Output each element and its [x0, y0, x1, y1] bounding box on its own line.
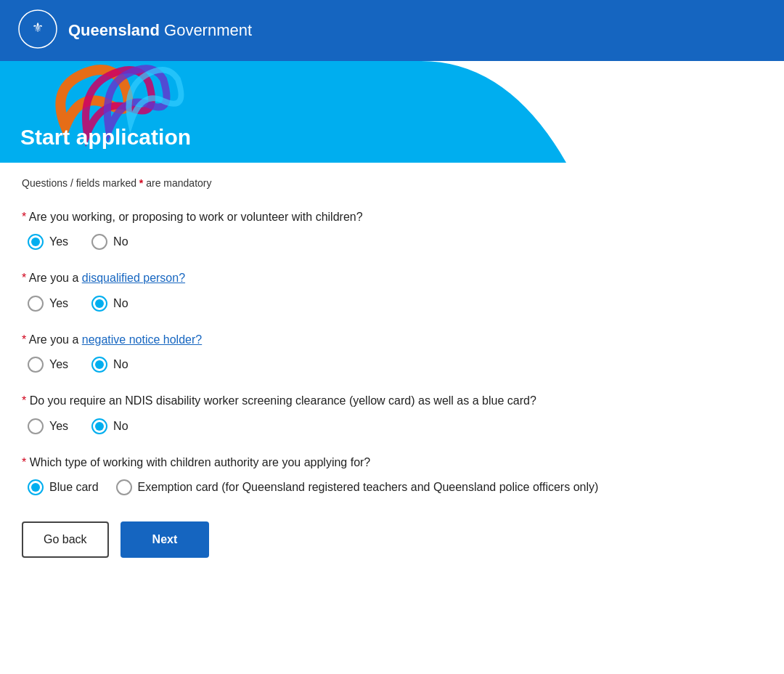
question-5-options: Blue card Exemption card (for Queensland…	[22, 479, 748, 495]
button-row: Go back Next	[22, 521, 748, 558]
q3-yes-radio[interactable]	[28, 357, 44, 373]
question-1-options: Yes No	[22, 234, 748, 250]
next-button[interactable]: Next	[121, 521, 210, 558]
q4-yes-label: Yes	[49, 420, 68, 433]
question-3-label: * Are you a negative notice holder?	[22, 332, 748, 348]
q5-exemption-option[interactable]: Exemption card (for Queensland registere…	[116, 479, 599, 495]
question-3-options: Yes No	[22, 357, 748, 373]
q4-yes-option[interactable]: Yes	[28, 418, 68, 434]
q1-yes-label: Yes	[49, 235, 68, 248]
question-5-label: * Which type of working with children au…	[22, 455, 748, 471]
q2-yes-radio[interactable]	[28, 296, 44, 312]
question-3: * Are you a negative notice holder? Yes …	[22, 332, 748, 373]
question-1: * Are you working, or proposing to work …	[22, 209, 748, 250]
page-banner: Start application	[0, 61, 784, 163]
q4-no-radio[interactable]	[91, 418, 107, 434]
question-1-label: * Are you working, or proposing to work …	[22, 209, 748, 225]
q1-no-radio[interactable]	[91, 234, 107, 250]
question-4-options: Yes No	[22, 418, 748, 434]
qld-logo: ⚜	[17, 9, 58, 52]
q4-no-option[interactable]: No	[91, 418, 128, 434]
question-2-options: Yes No	[22, 296, 748, 312]
q1-yes-radio[interactable]	[28, 234, 44, 250]
mandatory-note: Questions / fields marked * are mandator…	[22, 177, 748, 189]
go-back-button[interactable]: Go back	[22, 521, 109, 558]
q4-no-label: No	[113, 420, 128, 433]
question-4-label: * Do you require an NDIS disability work…	[22, 393, 748, 409]
q3-no-radio[interactable]	[91, 357, 107, 373]
disqualified-person-link[interactable]: disqualified person?	[82, 272, 185, 284]
page-content: Questions / fields marked * are mandator…	[0, 163, 769, 587]
q1-no-option[interactable]: No	[91, 234, 128, 250]
header-title: Queensland Government	[68, 21, 252, 40]
q5-bluecard-option[interactable]: Blue card	[28, 479, 99, 495]
question-5: * Which type of working with children au…	[22, 455, 748, 495]
q2-no-option[interactable]: No	[91, 296, 128, 312]
svg-text:⚜: ⚜	[32, 20, 44, 35]
question-2: * Are you a disqualified person? Yes No	[22, 270, 748, 311]
q2-no-label: No	[113, 297, 128, 310]
q5-bluecard-label: Blue card	[49, 481, 99, 494]
q3-no-label: No	[113, 358, 128, 371]
q4-yes-radio[interactable]	[28, 418, 44, 434]
q2-no-radio[interactable]	[91, 296, 107, 312]
banner-heading: Start application	[20, 125, 191, 150]
question-4: * Do you require an NDIS disability work…	[22, 393, 748, 434]
q5-exemption-label: Exemption card (for Queensland registere…	[138, 481, 599, 494]
question-2-label: * Are you a disqualified person?	[22, 270, 748, 286]
q3-yes-label: Yes	[49, 358, 68, 371]
negative-notice-holder-link[interactable]: negative notice holder?	[82, 333, 202, 346]
q1-yes-option[interactable]: Yes	[28, 234, 68, 250]
q3-no-option[interactable]: No	[91, 357, 128, 373]
q1-no-label: No	[113, 235, 128, 248]
q2-yes-label: Yes	[49, 297, 68, 310]
q2-yes-option[interactable]: Yes	[28, 296, 68, 312]
q3-yes-option[interactable]: Yes	[28, 357, 68, 373]
q5-exemption-radio[interactable]	[116, 479, 132, 495]
q5-bluecard-radio[interactable]	[28, 479, 44, 495]
page-header: ⚜ Queensland Government	[0, 0, 784, 61]
